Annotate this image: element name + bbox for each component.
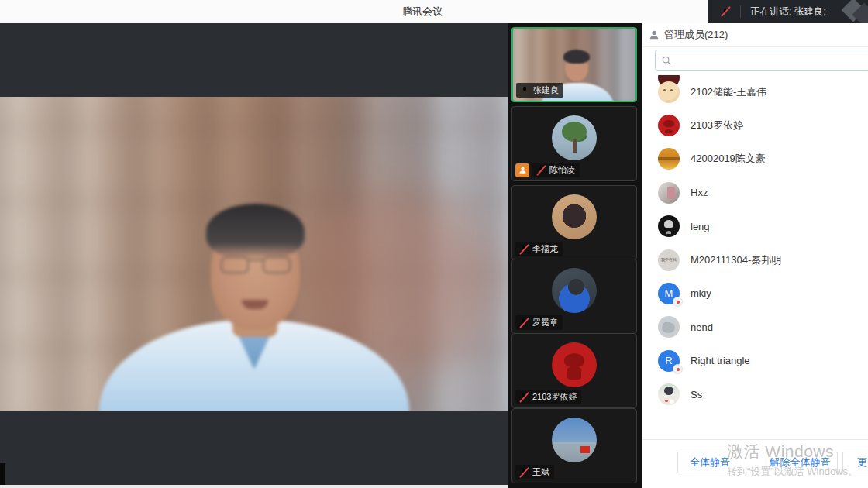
member-row[interactable]: leng xyxy=(642,210,868,243)
member-avatar xyxy=(658,316,680,338)
main-video-stage[interactable] xyxy=(0,23,508,488)
member-avatar xyxy=(658,383,680,405)
thumbnail-wangbin[interactable]: 王斌 xyxy=(512,408,637,483)
member-row[interactable]: M mkiy xyxy=(642,277,868,310)
member-row[interactable]: Ss xyxy=(642,378,868,411)
avatar-tree xyxy=(552,115,597,160)
avatar-cartoon xyxy=(552,342,597,387)
mic-on-icon xyxy=(519,85,530,96)
member-name: nend xyxy=(691,321,713,333)
member-row[interactable]: 我不在线 M202111304-秦邦明 xyxy=(642,243,868,277)
mic-muted-icon xyxy=(518,318,529,328)
thumbnail-luoyiting[interactable]: 2103罗依婷 xyxy=(512,333,637,408)
member-name: 42002019陈文豪 xyxy=(691,152,766,166)
taskbar-notch xyxy=(0,463,5,485)
member-avatar xyxy=(658,215,680,237)
member-name: Right triangle xyxy=(691,355,750,366)
member-avatar xyxy=(658,115,680,136)
avatar-photo xyxy=(552,194,597,239)
member-row[interactable]: 42002019陈文豪 xyxy=(642,143,868,176)
member-row[interactable]: R Right triangle xyxy=(642,344,868,377)
main-speaker-video xyxy=(0,97,508,411)
mute-all-button[interactable]: 全体静音 xyxy=(677,452,742,473)
member-name: leng xyxy=(691,221,710,232)
more-button[interactable]: 更多 xyxy=(842,452,868,473)
member-avatar: R xyxy=(658,350,680,372)
participant-name: 罗冕章 xyxy=(532,317,558,328)
bottom-edge-strip xyxy=(0,485,508,488)
member-avatar: 我不在线 xyxy=(658,249,680,271)
member-name: Ss xyxy=(691,389,702,400)
participant-thumbnail-strip: 张建良 陈怡凌 李福龙 xyxy=(508,23,642,488)
member-row[interactable]: Hxz xyxy=(642,176,868,209)
participant-name: 李福龙 xyxy=(532,243,558,255)
mic-muted-icon xyxy=(518,467,529,478)
member-avatar xyxy=(658,182,680,204)
thumbnail-chenyiling[interactable]: 陈怡凌 xyxy=(512,106,637,181)
members-icon xyxy=(649,29,660,40)
search-box[interactable] xyxy=(655,50,868,71)
member-name: 2102储能-王嘉伟 xyxy=(691,85,766,99)
hand-raised-badge xyxy=(515,163,529,177)
participant-name: 张建良 xyxy=(533,84,559,96)
member-panel: 管理成员(212) 2102储能-王嘉伟 2103罗依婷 42 xyxy=(642,23,868,488)
title-bar: 腾讯会议 正在讲话: 张建良; xyxy=(0,0,868,23)
search-icon xyxy=(661,55,672,66)
search-area xyxy=(642,47,868,75)
member-avatar: M xyxy=(658,283,680,304)
divider xyxy=(740,5,741,18)
participant-name: 2103罗依婷 xyxy=(532,391,577,403)
phone-status-badge xyxy=(673,297,683,307)
avatar-photo xyxy=(552,418,597,462)
speaking-status-text: 正在讲话: 张建良; xyxy=(750,5,826,19)
phone-status-badge xyxy=(673,364,683,374)
member-name: mkiy xyxy=(691,287,711,299)
member-avatar xyxy=(658,148,680,170)
member-list[interactable]: 2102储能-王嘉伟 2103罗依婷 42002019陈文豪 Hxz leng xyxy=(642,75,868,439)
meeting-window: 腾讯会议 正在讲话: 张建良; xyxy=(0,0,868,488)
member-name: M202111304-秦邦明 xyxy=(691,253,781,267)
member-panel-header: 管理成员(212) xyxy=(642,23,868,47)
participant-name: 王斌 xyxy=(532,466,549,478)
mic-muted-icon xyxy=(518,392,529,403)
unmute-all-button[interactable]: 解除全体静音 xyxy=(763,452,838,473)
member-panel-footer: 全体静音 解除全体静音 更多 xyxy=(642,439,868,488)
thumbnail-lifulong[interactable]: 李福龙 xyxy=(512,185,637,260)
mic-muted-icon xyxy=(518,244,529,255)
member-avatar xyxy=(658,81,680,103)
participant-name: 陈怡凌 xyxy=(549,164,575,176)
mic-muted-icon xyxy=(720,6,731,17)
mic-muted-icon xyxy=(536,165,546,176)
speaker-figure xyxy=(0,97,508,411)
member-row[interactable]: 2102储能-王嘉伟 xyxy=(642,75,868,108)
avatar-photo xyxy=(552,268,597,313)
speaking-status-bar: 正在讲话: 张建良; xyxy=(708,0,868,23)
member-name: Hxz xyxy=(691,187,708,198)
member-row[interactable]: nend xyxy=(642,311,868,344)
member-row[interactable]: 2103罗依婷 xyxy=(642,108,868,142)
search-input[interactable] xyxy=(672,50,868,70)
member-panel-title: 管理成员(212) xyxy=(664,28,728,42)
member-name: 2103罗依婷 xyxy=(691,119,743,132)
thumbnail-luomianzhang[interactable]: 罗冕章 xyxy=(512,259,637,334)
thumbnail-zhangjianliang[interactable]: 张建良 xyxy=(512,27,637,102)
